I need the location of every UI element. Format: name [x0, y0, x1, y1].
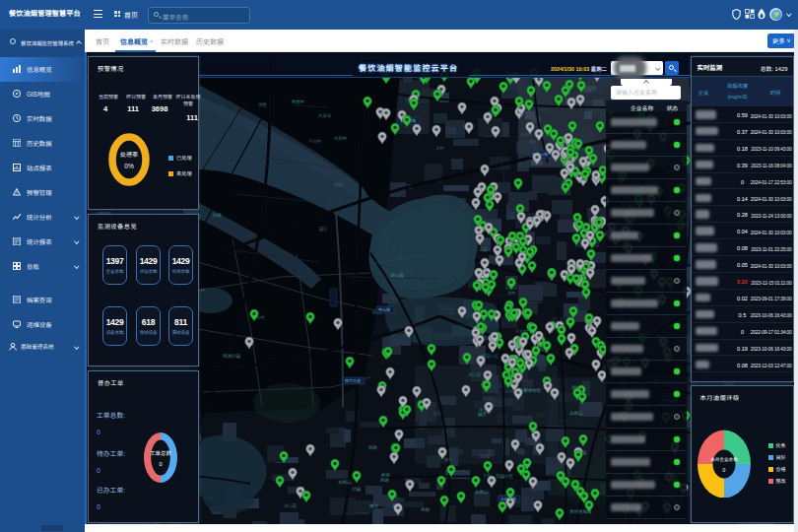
svg-text:西路: 西路 [380, 477, 389, 483]
svg-text:江村: 江村 [435, 145, 444, 151]
svg-text:大路口: 大路口 [569, 410, 583, 416]
svg-text:湖心园: 湖心园 [468, 371, 481, 377]
svg-text:湖村: 湖村 [507, 290, 516, 296]
svg-text:西湖公园: 西湖公园 [223, 353, 240, 359]
svg-text:大路口: 大路口 [475, 489, 489, 495]
svg-text:0: 0 [722, 466, 725, 473]
svg-text:毛家村: 毛家村 [334, 135, 348, 141]
svg-text:工单总数: 工单总数 [150, 449, 171, 457]
svg-text:平台村: 平台村 [308, 138, 322, 144]
svg-text:0%: 0% [124, 161, 134, 170]
svg-text:斜塘: 斜塘 [213, 212, 222, 218]
svg-text:城北: 城北 [369, 502, 378, 508]
svg-text:0: 0 [159, 460, 162, 468]
svg-text:枣山路: 枣山路 [378, 306, 390, 312]
svg-text:花园小区: 花园小区 [496, 473, 513, 479]
svg-text:处理率: 处理率 [120, 150, 138, 159]
svg-text:园区: 园区 [319, 226, 328, 232]
svg-text:湖心园: 湖心园 [284, 502, 297, 508]
svg-text:河壁: 河壁 [258, 101, 267, 107]
svg-text:公园: 公园 [352, 486, 361, 492]
svg-text:殊堂村: 殊堂村 [292, 99, 305, 104]
svg-text:湖心园: 湖心园 [390, 272, 404, 278]
svg-text:西路: 西路 [368, 444, 377, 450]
svg-text:公园: 公园 [479, 246, 488, 252]
svg-text:州城: 州城 [334, 181, 343, 187]
svg-text:大路口: 大路口 [338, 479, 352, 485]
svg-text:西路: 西路 [421, 506, 430, 512]
svg-text:城北: 城北 [444, 456, 453, 462]
svg-text:水溪沟: 水溪沟 [318, 112, 331, 118]
svg-text:西汽大道: 西汽大道 [345, 377, 361, 383]
svg-text:本月企业总数: 本月企业总数 [710, 456, 738, 462]
